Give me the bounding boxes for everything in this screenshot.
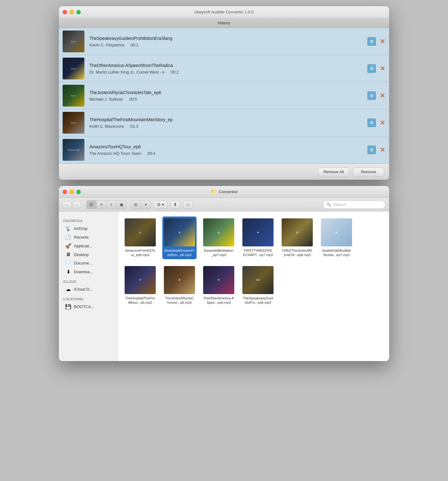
item-duration: 00:2 — [171, 70, 179, 74]
file-thumbnail: f6 — [321, 218, 352, 246]
history-list: item1 TheSpeakeasyGuidetoProhibitionEraS… — [59, 28, 389, 136]
item-thumbnail: item2 — [63, 58, 84, 79]
finder-maximize-button[interactable] — [76, 190, 81, 194]
title-bar: Ukeysoft Audible Converter 1.0.0 — [59, 6, 389, 18]
close-button[interactable] — [63, 10, 67, 14]
sidebar-item-documents[interactable]: 📄 Docume... — [61, 259, 116, 267]
sidebar-item-icloud[interactable]: ☁ iCloud D... — [61, 285, 116, 293]
file-item[interactable]: f5 FREETheJesterARiyriaChr...ep6.mp3 — [280, 217, 314, 259]
file-item[interactable]: f4 FIRSTTHREEFREECHAPT...ep7.mp3 — [241, 217, 275, 259]
file-item[interactable]: f1 AmazonsFreeHQTour_ep6.mp3 — [123, 217, 157, 259]
sidebar-item-desktop[interactable]: 🖥 Desktop — [61, 250, 116, 259]
item-info: TheHospitalTheFirstMountainManStory_ep K… — [89, 117, 385, 129]
file-item[interactable]: f6 SophieDahlAudibleSessio...ep7.mp3 — [319, 217, 354, 259]
settings-button[interactable]: ⚙ — [367, 145, 376, 154]
file-thumbnail: f5 — [282, 218, 313, 246]
file-item[interactable]: f2 BoardwalkEmpireFreeBon...p6.mp3 — [162, 217, 197, 259]
remove-button[interactable]: ✕ — [379, 120, 385, 126]
list-view-button[interactable]: ≡ — [97, 201, 107, 209]
search-icon: 🔍 — [326, 202, 331, 207]
remove-button[interactable]: ✕ — [379, 38, 385, 45]
item-meta: Kevin C. Fitzpatrick 00:1 — [89, 43, 385, 47]
search-box[interactable]: 🔍 Search — [323, 201, 385, 209]
remove-button[interactable]: ✕ — [379, 65, 385, 72]
item-duration: 00:5 — [129, 97, 137, 102]
sidebar-label-downloads: Downloa... — [74, 269, 93, 274]
item-duration: 00:4 — [147, 151, 155, 156]
file-label: TheJesterARiyriaChronicl...p6.mp3 — [164, 296, 195, 305]
item-actions: ⚙ ✕ — [367, 118, 385, 127]
grid-view-button[interactable]: ⊞ — [131, 201, 141, 209]
finder-close-button[interactable] — [63, 190, 67, 194]
item-actions: ⚙ ✕ — [367, 91, 385, 100]
share-button[interactable]: ⬆ — [170, 201, 180, 209]
history-item: item2 TheOtherAmerica-ASpeechfromTheRadi… — [59, 55, 389, 82]
file-item[interactable]: f10 TheSpeakeasyGuidetoPro...ep6.mp3 — [241, 264, 275, 307]
remove-all-button[interactable]: Remove All — [318, 168, 349, 176]
actions-button[interactable]: ⚙ ▾ — [154, 201, 168, 209]
history-item: item3 TheJesterARiyriaChroniclesTale_ep6… — [59, 82, 389, 109]
nav-buttons: ‹ › — [63, 201, 81, 208]
file-label: SophieDahlAudibleSessio...ep7.mp3 — [321, 248, 352, 257]
item-thumbnail: item1 — [63, 31, 84, 52]
sidebar-label-recents: Recents — [74, 235, 89, 240]
bootcamp-icon: 💾 — [65, 304, 71, 310]
finder-title-center: 📁 Converted — [211, 189, 237, 195]
dropdown-arrow[interactable]: ▾ — [141, 201, 151, 209]
back-button[interactable]: ‹ — [63, 201, 71, 208]
sidebar-item-applications[interactable]: 🚀 Applicati... — [61, 242, 116, 250]
recents-icon: 🕐 — [65, 234, 71, 240]
settings-button[interactable]: ⚙ — [367, 91, 376, 100]
actions-dropdown-icon: ▾ — [162, 202, 164, 207]
item-info: AmazonsTourHQTour_ep6 The Amazon HQ Tour… — [89, 144, 385, 156]
sidebar-label-icloud: iCloud D... — [74, 287, 93, 292]
file-label: FREETheJesterARiyriaChr...ep6.mp3 — [282, 248, 312, 257]
item-meta: The Amazon HQ Tours Team 00:4 — [89, 151, 385, 156]
file-label: TheOtherAmerica-ASpee...ep6.mp3 — [203, 296, 234, 305]
favorites-header: Favorites — [59, 218, 118, 224]
icon-view-button[interactable]: ⊞ — [87, 201, 97, 209]
icloud-icon: ☁ — [65, 286, 71, 292]
sidebar-item-recents[interactable]: 🕐 Recents — [61, 233, 116, 241]
sidebar-item-airdrop[interactable]: 📡 AirDrop — [61, 224, 116, 233]
item-duration: 01:3 — [130, 124, 138, 129]
sidebar: Favorites 📡 AirDrop 🕐 Recents 🚀 Applicat… — [59, 212, 118, 361]
item-author: Kevin C. Fitzpatrick — [89, 43, 124, 47]
remove-button-main[interactable]: Remove — [353, 168, 384, 176]
remove-button[interactable]: ✕ — [379, 147, 385, 153]
column-view-button[interactable]: ⦀ — [107, 201, 117, 209]
history-action-bar: Remove All Remove — [59, 164, 389, 180]
item-author: Dr. Martin Luther King Jr., Cornel West … — [89, 70, 164, 74]
item-info: TheOtherAmerica-ASpeechfromTheRadica Dr.… — [89, 63, 385, 74]
sidebar-item-bootcamp[interactable]: 💾 BOOTCA... — [61, 302, 116, 311]
file-item[interactable]: f8 TheJesterARiyriaChronicl...p6.mp3 — [162, 264, 197, 307]
remove-button[interactable]: ✕ — [379, 93, 385, 99]
forward-button[interactable]: › — [73, 201, 81, 208]
item-actions: ⚙ ✕ — [367, 145, 385, 154]
desktop-icon: 🖥 — [65, 252, 71, 257]
settings-button[interactable]: ⚙ — [367, 118, 376, 127]
settings-button[interactable]: ⚙ — [367, 64, 376, 73]
item-info: TheSpeakeasyGuidetoProhibitionEraSlang K… — [89, 36, 385, 47]
gallery-view-button[interactable]: ▣ — [117, 201, 126, 209]
sidebar-item-downloads[interactable]: ⬇ Downloa... — [61, 268, 116, 276]
file-item[interactable]: f9 TheOtherAmerica-ASpee...ep6.mp3 — [202, 264, 236, 307]
file-item[interactable]: f7 TheHospitalTheFirstMoun...p6.mp3 — [123, 264, 157, 307]
settings-button[interactable]: ⚙ — [367, 37, 376, 46]
file-grid: f1 AmazonsFreeHQTour_ep6.mp3 f2 Boardwal… — [118, 212, 389, 361]
history-item: item4 TheHospitalTheFirstMountainManStor… — [59, 109, 389, 136]
item-title: TheOtherAmerica-ASpeechfromTheRadica — [89, 63, 385, 68]
history-item: item1 TheSpeakeasyGuidetoProhibitionEraS… — [59, 28, 389, 55]
label-button[interactable]: ⬭ — [183, 201, 193, 209]
history-title: History — [218, 21, 230, 25]
item-duration: 00:1 — [131, 43, 138, 47]
file-label: BoardwalkEmpireFreeBon...p6.mp3 — [164, 248, 195, 257]
view-controls: ⊞ ≡ ⦀ ▣ — [86, 200, 127, 209]
item-author: The Amazon HQ Tours Team — [89, 151, 141, 156]
minimize-button[interactable] — [69, 10, 74, 14]
finder-minimize-button[interactable] — [69, 190, 74, 194]
maximize-button[interactable] — [76, 10, 81, 14]
item-meta: Dr. Martin Luther King Jr., Cornel West … — [89, 70, 385, 74]
item-meta: Michael J. Sullivan 00:5 — [89, 97, 385, 102]
file-item[interactable]: f3 EaseintoMeditation_ep7.mp3 — [202, 217, 236, 259]
